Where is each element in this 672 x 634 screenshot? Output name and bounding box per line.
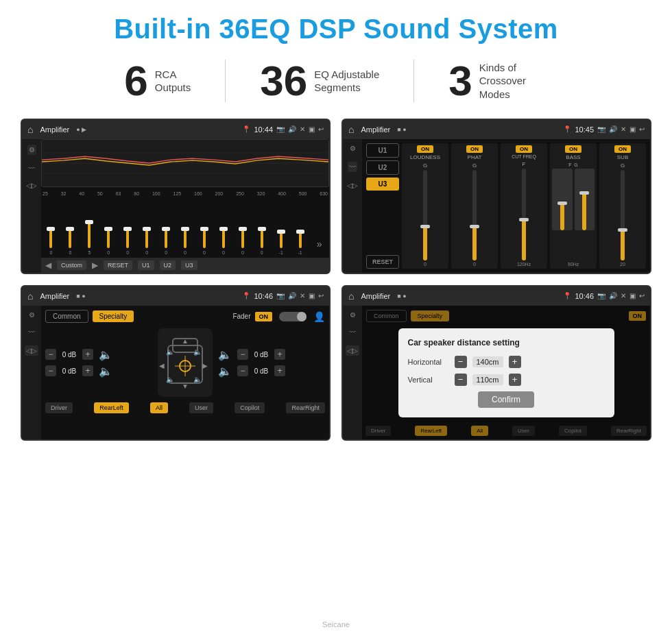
db4-plus[interactable]: + [274, 365, 285, 376]
db3-plus[interactable]: + [274, 349, 285, 360]
db-row-3: 🔈 − 0 dB + [218, 348, 325, 361]
fader-time: 10:46 [254, 292, 273, 300]
u-group: U1 U2 U3 RESET [366, 143, 399, 269]
db1-plus[interactable]: + [82, 349, 93, 360]
fader-on-toggle[interactable]: ON [255, 312, 273, 321]
screen-icon-3: ▣ [309, 292, 315, 300]
back-icon-2: ↩ [639, 125, 645, 134]
location-icon: 📍 [242, 125, 250, 134]
crossover-side-panel: ⚙ 〰 ◁▷ [343, 139, 362, 273]
close-icon-2: ✕ [621, 125, 626, 134]
user-btn[interactable]: User [189, 402, 213, 413]
location-icon-4: 📍 [563, 292, 571, 300]
u2-crossover-btn[interactable]: U2 [366, 160, 399, 175]
stat-number-eq: 36 [260, 60, 307, 102]
cutfreq-slider[interactable] [522, 169, 526, 260]
all-btn[interactable]: All [150, 402, 168, 413]
crossover-app-name: Amplifier [361, 125, 390, 134]
phat-slider[interactable] [472, 170, 477, 260]
fader-bottom-nav: Driver RearLeft All User Copilot RearRig… [45, 402, 325, 413]
sub-slider[interactable] [621, 170, 625, 260]
fader-status-icons: 📍 10:46 📷 🔊 ✕ ▣ ↩ [242, 292, 324, 300]
specialty-mode-btn[interactable]: Specialty [93, 310, 134, 322]
vert-value: 110cm [472, 374, 503, 385]
next-icon: » [317, 239, 322, 249]
stat-number-crossover: 3 [448, 60, 472, 102]
horiz-plus-btn[interactable]: + [509, 356, 521, 368]
location-icon-3: 📍 [242, 292, 250, 300]
db1-minus[interactable]: − [45, 349, 56, 360]
close-icon-4: ✕ [621, 292, 626, 300]
reset-btn[interactable]: RESET [104, 260, 132, 270]
db-row-2: − 0 dB + 🔈 [45, 365, 152, 378]
loudness-slider[interactable] [423, 170, 427, 260]
stat-rca: 6 RCA Outputs [90, 60, 226, 102]
eq-side-panel: ⚙ 〰 ◁▷ [22, 139, 41, 273]
rearright-btn[interactable]: RearRight [286, 402, 325, 413]
eq-main-content: 2532 4050 6380 100125 160200 250320 4005… [41, 139, 329, 273]
rearleft-btn[interactable]: RearLeft [94, 402, 129, 413]
eq-dot: ● ▶ [76, 126, 86, 133]
distance-dialog: Car speaker distance setting Horizontal … [398, 328, 614, 417]
slider-14: -1 [291, 248, 309, 255]
driver-btn[interactable]: Driver [45, 402, 73, 413]
volume-icon: 🔊 [288, 125, 296, 134]
fader-spread-icon: ◁▷ [25, 345, 38, 356]
db4-minus[interactable]: − [237, 365, 248, 376]
dialog-sliders-icon: ⚙ [350, 311, 356, 319]
location-icon-2: 📍 [563, 125, 571, 134]
slider-3: 5 [81, 248, 98, 255]
reset-crossover-btn[interactable]: RESET [366, 255, 399, 269]
slider-8: 0 [177, 248, 194, 255]
loudness-on-btn[interactable]: ON [417, 145, 433, 153]
fader-wave-icon: 〰 [28, 328, 35, 336]
u1-crossover-btn[interactable]: U1 [366, 143, 399, 158]
u2-btn[interactable]: U2 [160, 260, 176, 270]
fader-left-controls: − 0 dB + 🔈 − 0 dB + 🔈 [45, 348, 152, 378]
u3-crossover-btn[interactable]: U3 [366, 178, 399, 191]
next-icon2[interactable]: ▶ [92, 260, 98, 270]
slider-6: 0 [139, 248, 156, 255]
sub-on-btn[interactable]: ON [614, 145, 631, 153]
prev-icon[interactable]: ◀ [45, 260, 51, 270]
crossover-body: ⚙ 〰 ◁▷ U1 U2 U3 RESET [343, 139, 650, 273]
fader-slider-indicator[interactable] [279, 312, 307, 321]
home-icon-4: ⌂ [348, 291, 354, 302]
svg-text:🔈: 🔈 [193, 375, 202, 384]
screen-icon-4: ▣ [629, 292, 636, 300]
bass-g-slider[interactable] [575, 169, 595, 230]
back-icon: ↩ [318, 125, 324, 134]
u1-btn[interactable]: U1 [138, 260, 154, 270]
crossover-time: 10:45 [575, 125, 594, 134]
vert-plus-btn[interactable]: + [509, 374, 521, 386]
fader-sliders-icon: ⚙ [29, 311, 35, 319]
u3-btn[interactable]: U3 [181, 260, 197, 270]
confirm-button[interactable]: Confirm [478, 391, 534, 408]
bass-f-slider[interactable] [552, 169, 573, 230]
db2-minus[interactable]: − [45, 365, 56, 376]
stat-label-rca: RCA Outputs [155, 68, 191, 95]
bass-label: BASS [566, 154, 580, 160]
vert-minus-btn[interactable]: − [455, 374, 467, 386]
custom-btn[interactable]: Custom [57, 260, 86, 270]
phat-on-btn[interactable]: ON [466, 145, 483, 153]
db2-plus[interactable]: + [82, 365, 93, 376]
common-mode-btn[interactable]: Common [45, 310, 88, 323]
page-container: Built-in 36EQ DSP Sound System 6 RCA Out… [0, 0, 672, 634]
horiz-minus-btn[interactable]: − [455, 356, 467, 368]
bass-on-btn[interactable]: ON [565, 145, 581, 153]
screenshots-grid: ⌂ Amplifier ● ▶ 📍 10:44 📷 🔊 ✕ ▣ ↩ ⚙ 〰 ◁▷ [21, 119, 651, 441]
crossover-screen: ⌂ Amplifier ■ ● 📍 10:45 📷 🔊 ✕ ▣ ↩ ⚙ 〰 ◁▷ [341, 119, 651, 274]
svg-text:🔈: 🔈 [166, 375, 175, 384]
cutfreq-on-btn[interactable]: ON [516, 145, 532, 153]
slider-11: 0 [234, 248, 251, 255]
eq-spread-icon: ◁▷ [26, 182, 37, 189]
person-icon: 👤 [313, 311, 325, 322]
db3-minus[interactable]: − [237, 349, 248, 360]
camera-icon-3: 📷 [276, 292, 285, 300]
eq-screen-header: ⌂ Amplifier ● ▶ 📍 10:44 📷 🔊 ✕ ▣ ↩ [22, 120, 329, 139]
close-icon-3: ✕ [300, 292, 305, 300]
copilot-btn[interactable]: Copilot [235, 402, 265, 413]
stat-eq: 36 EQ Adjustable Segments [226, 60, 414, 102]
home-icon-2: ⌂ [348, 124, 354, 135]
